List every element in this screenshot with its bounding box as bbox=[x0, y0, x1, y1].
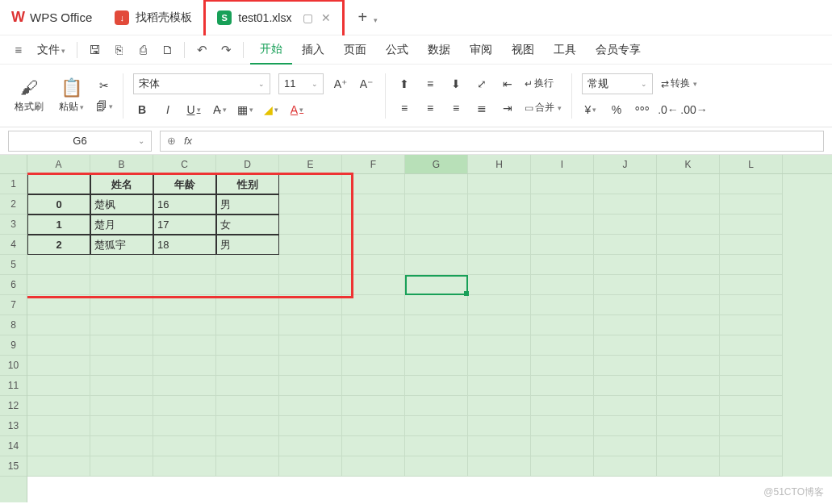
select-all-corner[interactable] bbox=[0, 155, 27, 174]
cell-B13[interactable] bbox=[90, 416, 153, 436]
copy-icon[interactable]: 🗐▾ bbox=[95, 98, 113, 115]
menu-视图[interactable]: 视图 bbox=[502, 35, 544, 65]
cell-I3[interactable] bbox=[531, 215, 594, 235]
col-header-C[interactable]: C bbox=[153, 155, 216, 173]
cell-L3[interactable] bbox=[720, 215, 783, 235]
cell-G14[interactable] bbox=[405, 436, 468, 456]
col-header-F[interactable]: F bbox=[342, 155, 405, 173]
cell-F14[interactable] bbox=[342, 436, 405, 456]
cell-D15[interactable] bbox=[216, 456, 279, 477]
cell-A7[interactable] bbox=[27, 295, 90, 315]
print-icon[interactable]: ⎙ bbox=[132, 40, 153, 60]
merge-cells-button[interactable]: ▭合并▾ bbox=[525, 101, 562, 115]
cell-G15[interactable] bbox=[405, 456, 468, 477]
row-header-1[interactable]: 1 bbox=[0, 174, 27, 194]
col-header-I[interactable]: I bbox=[531, 155, 594, 173]
cell-D9[interactable] bbox=[216, 335, 279, 356]
font-size-select[interactable]: 11⌄ bbox=[278, 73, 324, 94]
cell-C8[interactable] bbox=[153, 315, 216, 335]
cell-E7[interactable] bbox=[279, 295, 342, 315]
row-header-4[interactable]: 4 bbox=[0, 235, 27, 255]
cell-B4[interactable]: 楚狐宇 bbox=[90, 235, 153, 255]
cell-I10[interactable] bbox=[531, 356, 594, 376]
cell-D7[interactable] bbox=[216, 295, 279, 315]
menu-数据[interactable]: 数据 bbox=[418, 35, 460, 65]
cell-J5[interactable] bbox=[594, 255, 657, 275]
spreadsheet-grid[interactable]: 123456789101112131415 ABCDEFGHIJKL 姓名年龄性… bbox=[0, 155, 832, 502]
cell-D13[interactable] bbox=[216, 416, 279, 436]
cell-H10[interactable] bbox=[468, 356, 531, 376]
cell-E12[interactable] bbox=[279, 396, 342, 416]
zoom-icon[interactable]: ⊕ bbox=[167, 135, 176, 147]
row-header-6[interactable]: 6 bbox=[0, 275, 27, 295]
fill-color-button[interactable]: ◢▾ bbox=[262, 101, 280, 119]
tab-file-active[interactable]: S test01.xlsx ▢ ✕ bbox=[203, 0, 345, 35]
cell-C7[interactable] bbox=[153, 295, 216, 315]
decrease-decimal-icon[interactable]: .0← bbox=[659, 101, 677, 119]
cell-A15[interactable] bbox=[27, 456, 90, 477]
cell-E15[interactable] bbox=[279, 456, 342, 477]
cell-D11[interactable] bbox=[216, 376, 279, 396]
cell-H1[interactable] bbox=[468, 174, 531, 194]
cell-C1[interactable]: 年龄 bbox=[153, 174, 216, 194]
formula-input[interactable]: ⊕ fx bbox=[160, 131, 824, 152]
cell-K14[interactable] bbox=[657, 436, 720, 456]
cell-A14[interactable] bbox=[27, 436, 90, 456]
cell-B15[interactable] bbox=[90, 456, 153, 477]
cell-H12[interactable] bbox=[468, 396, 531, 416]
cell-K3[interactable] bbox=[657, 215, 720, 235]
cell-F8[interactable] bbox=[342, 315, 405, 335]
decrease-font-icon[interactable]: A⁻ bbox=[357, 75, 375, 93]
cell-G7[interactable] bbox=[405, 295, 468, 315]
cell-J2[interactable] bbox=[594, 194, 657, 215]
cell-L1[interactable] bbox=[720, 174, 783, 194]
menu-会员专享[interactable]: 会员专享 bbox=[586, 35, 650, 65]
row-header-14[interactable]: 14 bbox=[0, 436, 27, 456]
cell-L11[interactable] bbox=[720, 376, 783, 396]
cell-D6[interactable] bbox=[216, 275, 279, 295]
cell-F2[interactable] bbox=[342, 194, 405, 215]
cell-A12[interactable] bbox=[27, 396, 90, 416]
row-header-5[interactable]: 5 bbox=[0, 255, 27, 275]
cell-E4[interactable] bbox=[279, 235, 342, 255]
row-header-15[interactable]: 15 bbox=[0, 456, 27, 477]
cell-C2[interactable]: 16 bbox=[153, 194, 216, 215]
cell-D10[interactable] bbox=[216, 356, 279, 376]
cell-A3[interactable]: 1 bbox=[27, 215, 90, 235]
cell-H2[interactable] bbox=[468, 194, 531, 215]
cell-A4[interactable]: 2 bbox=[27, 235, 90, 255]
cell-B1[interactable]: 姓名 bbox=[90, 174, 153, 194]
cell-K4[interactable] bbox=[657, 235, 720, 255]
cell-I14[interactable] bbox=[531, 436, 594, 456]
col-header-H[interactable]: H bbox=[468, 155, 531, 173]
cell-K13[interactable] bbox=[657, 416, 720, 436]
redo-icon[interactable]: ↷ bbox=[215, 40, 236, 60]
cell-L12[interactable] bbox=[720, 396, 783, 416]
cell-D3[interactable]: 女 bbox=[216, 215, 279, 235]
justify-icon[interactable]: ≣ bbox=[473, 99, 491, 117]
cell-J4[interactable] bbox=[594, 235, 657, 255]
cell-L8[interactable] bbox=[720, 315, 783, 335]
col-header-A[interactable]: A bbox=[27, 155, 90, 173]
cell-D4[interactable]: 男 bbox=[216, 235, 279, 255]
cell-H15[interactable] bbox=[468, 456, 531, 477]
cell-B14[interactable] bbox=[90, 436, 153, 456]
cell-G13[interactable] bbox=[405, 416, 468, 436]
cell-C15[interactable] bbox=[153, 456, 216, 477]
cell-A6[interactable] bbox=[27, 275, 90, 295]
cell-L2[interactable] bbox=[720, 194, 783, 215]
cell-H8[interactable] bbox=[468, 315, 531, 335]
cell-I6[interactable] bbox=[531, 275, 594, 295]
cell-A11[interactable] bbox=[27, 376, 90, 396]
number-format-select[interactable]: 常规⌄ bbox=[582, 73, 653, 94]
row-header-12[interactable]: 12 bbox=[0, 396, 27, 416]
font-name-select[interactable]: 宋体⌄ bbox=[133, 73, 270, 94]
cell-K7[interactable] bbox=[657, 295, 720, 315]
cell-G12[interactable] bbox=[405, 396, 468, 416]
cell-C11[interactable] bbox=[153, 376, 216, 396]
cell-E13[interactable] bbox=[279, 416, 342, 436]
cell-B11[interactable] bbox=[90, 376, 153, 396]
row-header-13[interactable]: 13 bbox=[0, 416, 27, 436]
cell-H6[interactable] bbox=[468, 275, 531, 295]
align-right-icon[interactable]: ≡ bbox=[447, 99, 465, 117]
